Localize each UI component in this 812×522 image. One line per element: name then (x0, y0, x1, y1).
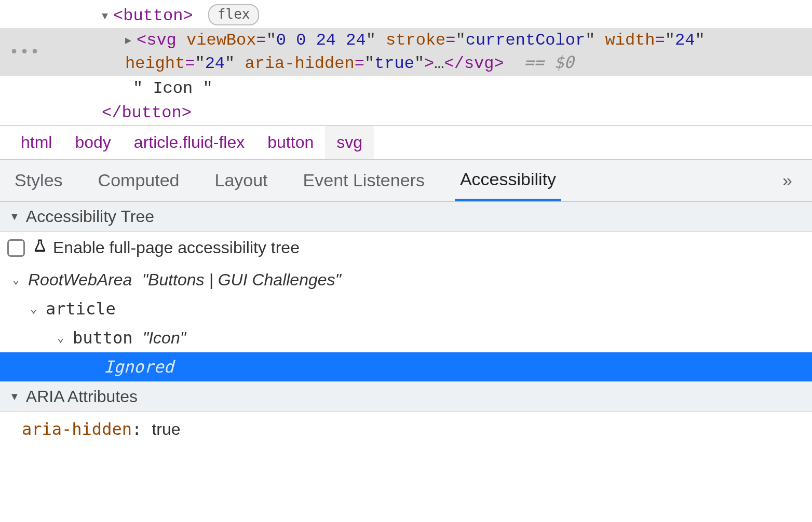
dom-node-button-close[interactable]: </button> (0, 101, 812, 125)
dom-node-button-open[interactable]: <button> flex (0, 3, 812, 28)
experiment-flask-icon (32, 238, 48, 258)
a11y-node-ignored-selected[interactable]: Ignored (0, 352, 812, 381)
section-title: ARIA Attributes (26, 387, 138, 406)
enable-full-tree-row[interactable]: Enable full-page accessibility tree (0, 232, 812, 264)
breadcrumb-html[interactable]: html (9, 126, 63, 159)
breadcrumb-button[interactable]: button (256, 126, 325, 159)
dom-tag-button: <button> (113, 6, 193, 25)
section-accessibility-tree[interactable]: ▼ Accessibility Tree (0, 202, 812, 232)
a11y-node-article[interactable]: ⌄ article (0, 294, 812, 323)
chevron-down-icon: ▼ (9, 391, 20, 403)
breadcrumb-body[interactable]: body (63, 126, 122, 159)
section-title: Accessibility Tree (26, 207, 154, 226)
tabs-overflow-icon[interactable]: » (782, 170, 803, 190)
chevron-down-icon[interactable]: ⌄ (57, 329, 69, 346)
a11y-node-button[interactable]: ⌄ button "Icon" (0, 323, 812, 352)
tab-styles[interactable]: Styles (9, 160, 68, 201)
dom-node-svg-selected[interactable]: ••• <svg viewBox="0 0 24 24" stroke="cur… (0, 28, 812, 76)
aria-attribute-row: aria-hidden: true (0, 412, 812, 446)
checkbox-enable-full-tree[interactable] (7, 239, 25, 257)
breadcrumb: html body article.fluid-flex button svg (0, 125, 812, 159)
tab-event-listeners[interactable]: Event Listeners (298, 160, 430, 201)
tab-layout[interactable]: Layout (209, 160, 273, 201)
a11y-node-root[interactable]: ⌄ RootWebArea "Buttons | GUI Challenges" (0, 265, 812, 294)
breadcrumb-article[interactable]: article.fluid-flex (123, 126, 256, 159)
aria-attr-value: true (152, 420, 180, 438)
chevron-down-icon[interactable]: ⌄ (30, 300, 42, 317)
chevron-down-icon: ▼ (9, 211, 20, 223)
breadcrumb-svg[interactable]: svg (325, 126, 374, 159)
tab-accessibility[interactable]: Accessibility (455, 160, 561, 201)
dom-text-node[interactable]: " Icon " (0, 76, 812, 101)
tab-computed[interactable]: Computed (93, 160, 185, 201)
accessibility-tree: ⌄ RootWebArea "Buttons | GUI Challenges"… (0, 264, 812, 381)
expand-toggle-icon[interactable] (125, 32, 137, 49)
sidebar-tabstrip: Styles Computed Layout Event Listeners A… (0, 159, 812, 202)
selected-node-marker: == $0 (524, 52, 574, 72)
flex-badge[interactable]: flex (208, 4, 260, 25)
section-aria-attributes[interactable]: ▼ ARIA Attributes (0, 381, 812, 412)
aria-attr-name: aria-hidden (22, 419, 132, 439)
elements-dom-panel[interactable]: <button> flex ••• <svg viewBox="0 0 24 2… (0, 0, 812, 125)
chevron-down-icon[interactable]: ⌄ (12, 271, 24, 288)
expand-toggle-icon[interactable] (102, 8, 113, 24)
dom-svg-open: < (137, 31, 146, 50)
dom-row-actions-icon[interactable]: ••• (5, 42, 34, 63)
enable-full-tree-label: Enable full-page accessibility tree (53, 238, 300, 257)
